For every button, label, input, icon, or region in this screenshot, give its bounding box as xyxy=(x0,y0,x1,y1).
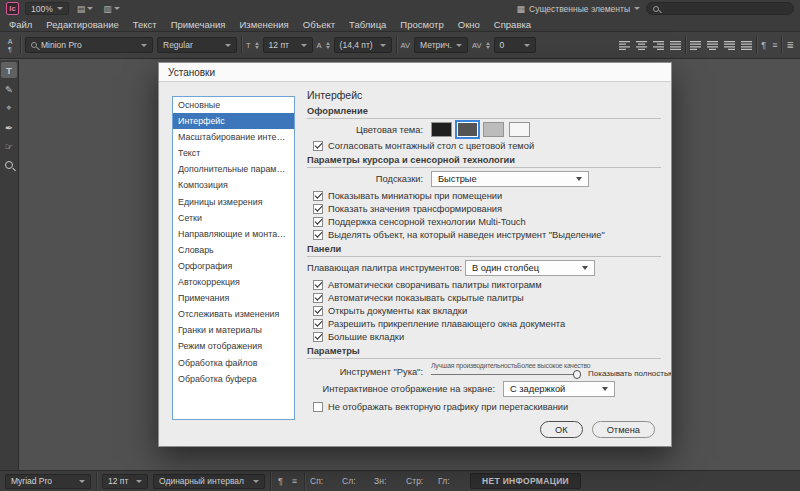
zoom-tool[interactable] xyxy=(1,157,17,173)
menu-table[interactable]: Таблица xyxy=(342,19,393,30)
leading-input[interactable]: (14,4 пт) xyxy=(334,37,392,53)
font-size-input[interactable]: 12 пт xyxy=(263,37,313,53)
menu-view[interactable]: Просмотр xyxy=(393,19,450,30)
font-style-select[interactable]: Regular xyxy=(157,37,237,53)
kerning-select[interactable]: Метрич. xyxy=(414,37,468,53)
ok-button[interactable]: ОК xyxy=(540,421,583,438)
checkbox[interactable] xyxy=(313,293,323,303)
checkbox-floating-dock[interactable]: Разрешить прикрепление плавающего окна д… xyxy=(313,317,661,330)
pref-item[interactable]: Орфография xyxy=(173,258,294,274)
checkbox[interactable] xyxy=(313,402,323,412)
checkbox[interactable] xyxy=(313,191,323,201)
checkbox[interactable] xyxy=(313,230,323,240)
pref-item[interactable]: Обработка буфера xyxy=(173,371,294,387)
tooltips-select[interactable]: Быстрые xyxy=(431,171,589,187)
floating-tools-select[interactable]: В один столбец xyxy=(465,260,595,276)
menu-type[interactable]: Текст xyxy=(126,19,164,30)
pref-item[interactable]: Обработка файлов xyxy=(173,355,294,371)
pref-item[interactable]: Композиция xyxy=(173,177,294,193)
menu-window[interactable]: Окно xyxy=(451,19,487,30)
pref-item[interactable]: Отслеживать изменения xyxy=(173,306,294,322)
note-tool[interactable]: ✎ xyxy=(1,81,17,97)
menu-notes[interactable]: Примечания xyxy=(164,19,233,30)
color-theme-swatch[interactable] xyxy=(431,122,452,137)
character-formatting-icon[interactable]: А xyxy=(8,38,13,45)
tracking-stepper[interactable] xyxy=(486,42,490,49)
justify-icon[interactable] xyxy=(668,38,683,53)
menu-help[interactable]: Справка xyxy=(487,19,538,30)
align-right-icon[interactable] xyxy=(651,38,666,53)
color-theme-swatch[interactable] xyxy=(483,122,504,137)
color-theme-swatch[interactable] xyxy=(457,122,478,137)
type-tool[interactable]: T xyxy=(1,62,17,78)
justify-all-icon[interactable] xyxy=(739,38,754,53)
cancel-button[interactable]: Отмена xyxy=(592,421,655,438)
format-mode-toggle[interactable]: А ¶ xyxy=(4,38,16,53)
tracking-select[interactable]: 0 xyxy=(494,37,536,53)
color-theme-swatch[interactable] xyxy=(509,122,530,137)
status-spacing-select[interactable]: Одинарный интервал xyxy=(153,474,265,489)
checkbox[interactable] xyxy=(313,332,323,342)
view-options-button[interactable]: ▤ xyxy=(75,4,96,14)
checkbox-docs-as-tabs[interactable]: Открыть документы как вкладки xyxy=(313,304,661,317)
pref-item[interactable]: Интерфейс xyxy=(173,113,294,129)
paragraph-marks-icon[interactable]: ¶ xyxy=(759,40,768,50)
justify-last-center-icon[interactable] xyxy=(705,38,720,53)
list-view-icon[interactable]: ≡ xyxy=(290,476,299,486)
eyedropper-tool[interactable]: ✒ xyxy=(1,119,17,135)
checkbox[interactable] xyxy=(313,280,323,290)
menu-edit[interactable]: Редактирование xyxy=(39,19,125,30)
checkbox[interactable] xyxy=(313,141,323,151)
slider-knob[interactable] xyxy=(573,370,582,379)
search-box[interactable] xyxy=(646,2,794,15)
checkbox-show-thumbnails[interactable]: Показывать миниатюры при помещении xyxy=(313,189,661,202)
font-size-stepper[interactable] xyxy=(255,42,259,49)
menu-file[interactable]: Файл xyxy=(2,19,39,30)
hand-tool[interactable]: ☞ xyxy=(1,138,17,154)
pref-item[interactable]: Единицы измерения xyxy=(173,194,294,210)
checkbox-auto-show-hidden[interactable]: Автоматически показывать скрытые палитры xyxy=(313,291,661,304)
position-tool[interactable]: ⌖ xyxy=(1,100,17,116)
pref-item[interactable]: Основные xyxy=(173,97,294,113)
pref-item[interactable]: Масштабирование интерфейса xyxy=(173,129,294,145)
checkbox[interactable] xyxy=(313,217,323,227)
checkbox-greek-vector[interactable]: Не отображать векторную графику при пере… xyxy=(313,400,661,413)
align-center-icon[interactable] xyxy=(634,38,649,53)
pref-item[interactable]: Словарь xyxy=(173,242,294,258)
slider-track[interactable] xyxy=(431,369,581,379)
align-left-icon[interactable] xyxy=(617,38,632,53)
screen-mode-button[interactable]: ▥ xyxy=(101,4,122,14)
leading-stepper[interactable] xyxy=(326,42,330,49)
justify-last-left-icon[interactable] xyxy=(688,38,703,53)
search-input[interactable] xyxy=(663,4,787,14)
panel-menu-icon[interactable]: ≣ xyxy=(784,40,796,50)
menu-object[interactable]: Объект xyxy=(296,19,342,30)
pref-item[interactable]: Автокоррекция xyxy=(173,274,294,290)
live-drawing-select[interactable]: С задержкой xyxy=(503,381,615,397)
checkbox-match-pasteboard[interactable]: Согласовать монтажный стол с цветовой те… xyxy=(313,139,661,152)
checkbox[interactable] xyxy=(313,204,323,214)
status-font-select[interactable]: Myriad Pro xyxy=(5,474,91,489)
pref-item[interactable]: Текст xyxy=(173,145,294,161)
checkbox[interactable] xyxy=(313,319,323,329)
pref-item[interactable]: Дополнительные параметры текста xyxy=(173,161,294,177)
checkbox-transform-values[interactable]: Показать значения трансформирования xyxy=(313,202,661,215)
pref-item[interactable]: Направляющие и монтажный стол xyxy=(173,226,294,242)
checkbox-large-tabs[interactable]: Большие вкладки xyxy=(313,330,661,343)
pref-item[interactable]: Примечания xyxy=(173,290,294,306)
checkbox-multitouch[interactable]: Поддержка сенсорной технологии Multi-Tou… xyxy=(313,215,661,228)
pref-item[interactable]: Гранки и материалы xyxy=(173,322,294,338)
checkbox[interactable] xyxy=(313,306,323,316)
justify-last-right-icon[interactable] xyxy=(722,38,737,53)
list-view-icon[interactable]: ≡ xyxy=(770,40,779,50)
pref-item[interactable]: Режим отображения xyxy=(173,338,294,354)
checkbox-auto-collapse[interactable]: Автоматически сворачивать палитры пиктог… xyxy=(313,278,661,291)
paragraph-formatting-icon[interactable]: ¶ xyxy=(8,46,12,53)
status-size-select[interactable]: 12 пт xyxy=(102,474,148,489)
font-family-select[interactable]: Minion Pro xyxy=(25,37,153,53)
menu-changes[interactable]: Изменения xyxy=(233,19,296,30)
pref-item[interactable]: Сетки xyxy=(173,210,294,226)
checkbox-highlight-object[interactable]: Выделять объект, на который наведен инст… xyxy=(313,228,661,241)
paragraph-marks-icon[interactable]: ¶ xyxy=(276,476,285,486)
zoom-level-select[interactable]: 100% xyxy=(25,2,69,15)
